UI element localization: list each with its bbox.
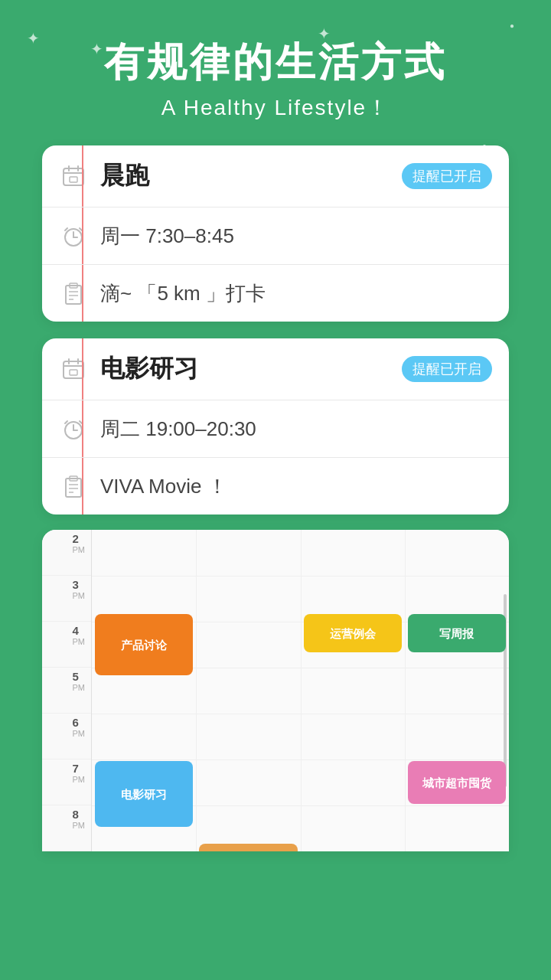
card-content-1: 晨跑 提醒已开启 xyxy=(100,159,492,193)
cal-event-ricky-morty[interactable]: Ricky and Morty xyxy=(199,844,297,851)
svg-rect-4 xyxy=(70,177,77,182)
card-morning-run[interactable]: 晨跑 提醒已开启 周一 7:30–8:45 xyxy=(42,145,509,322)
alarm-icon-2 xyxy=(59,414,88,443)
col-separator-1 xyxy=(196,530,197,851)
time-column: 2PM 3PM 4PM 5PM 6PM 7PM 8PM 9PM xyxy=(42,530,92,851)
svg-line-8 xyxy=(65,228,67,230)
svg-rect-19 xyxy=(70,370,77,375)
svg-line-23 xyxy=(65,421,67,423)
card-row-title-2: 电影研习 提醒已开启 xyxy=(42,338,509,400)
clipboard-icon-1 xyxy=(59,279,88,308)
col-separator-3 xyxy=(405,530,406,851)
col-separator-2 xyxy=(301,530,302,851)
svg-line-9 xyxy=(80,228,82,230)
time-slot-8pm: 8PM xyxy=(42,805,91,851)
card-time-2: 周二 19:00–20:30 xyxy=(100,417,256,440)
title-en: A Healthy Lifestyle！ xyxy=(31,93,520,122)
card-row-title-1: 晨跑 提醒已开启 xyxy=(42,145,509,207)
svg-line-24 xyxy=(80,421,82,423)
card-movie-study[interactable]: 电影研习 提醒已开启 周二 19:00–20:30 xyxy=(42,338,509,514)
card-row-time-1: 周一 7:30–8:45 xyxy=(42,207,509,265)
badge-reminder-1: 提醒已开启 xyxy=(402,163,492,189)
cards-area: 晨跑 提醒已开启 周一 7:30–8:45 xyxy=(0,145,551,514)
cal-event-write-weekly[interactable]: 写周报 xyxy=(408,614,506,652)
time-slot-2pm: 2PM xyxy=(42,530,91,576)
card-title-1: 晨跑 xyxy=(100,159,149,193)
card-note-content-1: 滴~ 「5 km 」打卡 xyxy=(100,280,492,307)
card-title-row-2: 电影研习 提醒已开启 xyxy=(100,352,492,386)
badge-reminder-2: 提醒已开启 xyxy=(402,356,492,382)
card-time-content-1: 周一 7:30–8:45 xyxy=(100,223,492,250)
alarm-icon-1 xyxy=(59,221,88,250)
card-time-1: 周一 7:30–8:45 xyxy=(100,224,234,247)
card-row-note-1: 滴~ 「5 km 」打卡 xyxy=(42,265,509,322)
calendar-section[interactable]: 2PM 3PM 4PM 5PM 6PM 7PM 8PM 9PM xyxy=(42,530,509,851)
events-area: 产品讨论运营例会写周报电影研习城市超市囤货Ricky and MortyPS4 … xyxy=(92,530,509,851)
time-slot-7pm: 7PM xyxy=(42,760,91,805)
card-title-row-1: 晨跑 提醒已开启 xyxy=(100,159,492,193)
card-row-time-2: 周二 19:00–20:30 xyxy=(42,400,509,458)
card-title-2: 电影研习 xyxy=(100,352,198,386)
cal-event-product-discussion[interactable]: 产品讨论 xyxy=(95,614,193,675)
card-note-content-2: VIVA Movie ！ xyxy=(100,473,492,500)
card-time-content-2: 周二 19:00–20:30 xyxy=(100,416,492,443)
title-zh: 有规律的生活方式 xyxy=(31,38,520,86)
card-content-2: 电影研习 提醒已开启 xyxy=(100,352,492,386)
cal-event-ops-meeting[interactable]: 运营例会 xyxy=(304,614,402,652)
time-slot-4pm: 4PM xyxy=(42,622,91,668)
calendar-icon-2 xyxy=(59,354,88,384)
time-slot-6pm: 6PM xyxy=(42,714,91,760)
time-slot-3pm: 3PM xyxy=(42,576,91,622)
card-note-2: VIVA Movie ！ xyxy=(100,475,227,498)
calendar-inner: 2PM 3PM 4PM 5PM 6PM 7PM 8PM 9PM xyxy=(42,530,509,851)
cal-event-city-supermarket[interactable]: 城市超市囤货 xyxy=(408,761,506,804)
calendar-icon-1 xyxy=(59,162,88,191)
header: 有规律的生活方式 A Healthy Lifestyle！ xyxy=(0,0,551,145)
card-note-1: 滴~ 「5 km 」打卡 xyxy=(100,282,266,305)
card-row-note-2: VIVA Movie ！ xyxy=(42,458,509,514)
clipboard-icon-2 xyxy=(59,472,88,501)
time-slot-5pm: 5PM xyxy=(42,668,91,714)
cal-event-movie-study-cal[interactable]: 电影研习 xyxy=(95,761,193,827)
